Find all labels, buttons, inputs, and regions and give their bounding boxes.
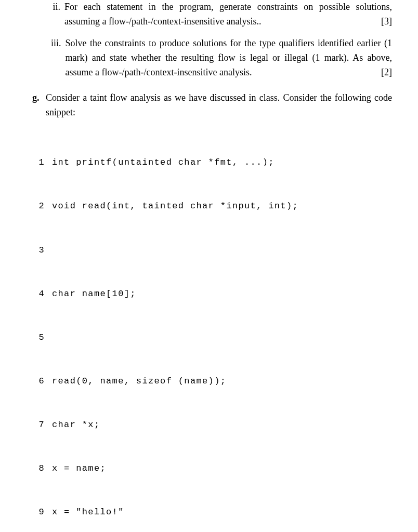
code-lineno: 2 — [36, 199, 52, 214]
item-g: g. Consider a taint flow analysis as we … — [32, 91, 392, 120]
code-line: 4char name[10]; — [36, 287, 392, 301]
item-iii-content: Solve the constraints to produce solutio… — [66, 36, 392, 80]
code-line: 3 — [36, 243, 392, 258]
code-line: 6read(0, name, sizeof (name)); — [36, 374, 392, 389]
code-line: 8x = name; — [36, 461, 392, 476]
item-g-intro-text: Consider a taint flow analysis as we hav… — [46, 92, 392, 117]
code-lineno: 8 — [36, 461, 52, 476]
item-iii-marks: [2] — [381, 65, 392, 80]
code-text: read(0, name, sizeof (name)); — [52, 374, 226, 389]
item-g-intro: Consider a taint flow analysis as we hav… — [46, 91, 392, 120]
code-text: int printf(untainted char *fmt, ...); — [52, 155, 275, 170]
code-line: 9x = "hello!" — [36, 505, 392, 520]
item-ii-marks: [3] — [381, 15, 392, 29]
code-line: 7char *x; — [36, 418, 392, 432]
code-lineno: 7 — [36, 418, 52, 432]
item-ii: ii. For each statement in the program, g… — [51, 0, 392, 29]
code-lineno: 6 — [36, 374, 52, 389]
code-lineno: 4 — [36, 287, 52, 301]
item-g-label: g. — [32, 91, 46, 120]
code-line: 1int printf(untainted char *fmt, ...); — [36, 155, 392, 170]
item-ii-content: For each statement in the program, gener… — [64, 0, 392, 29]
code-lineno: 3 — [36, 243, 52, 258]
item-iii-text: Solve the constraints to produce solutio… — [66, 38, 392, 77]
code-lineno: 1 — [36, 155, 52, 170]
code-text: x = "hello!" — [52, 505, 124, 520]
code-lineno: 5 — [36, 330, 52, 345]
code-text: char name[10]; — [52, 287, 136, 301]
item-iii-label: iii. — [51, 36, 66, 80]
code-lineno: 9 — [36, 505, 52, 520]
code-text: void read(int, tainted char *input, int)… — [52, 199, 298, 214]
item-iii: iii. Solve the constraints to produce so… — [51, 36, 392, 80]
item-ii-text: For each statement in the program, gener… — [64, 2, 392, 26]
code-block: 1int printf(untainted char *fmt, ...); 2… — [36, 126, 392, 532]
item-ii-label: ii. — [51, 0, 64, 29]
code-text: char *x; — [52, 418, 100, 432]
code-line: 2void read(int, tainted char *input, int… — [36, 199, 392, 214]
code-line: 5 — [36, 330, 392, 345]
code-text: x = name; — [52, 461, 106, 476]
